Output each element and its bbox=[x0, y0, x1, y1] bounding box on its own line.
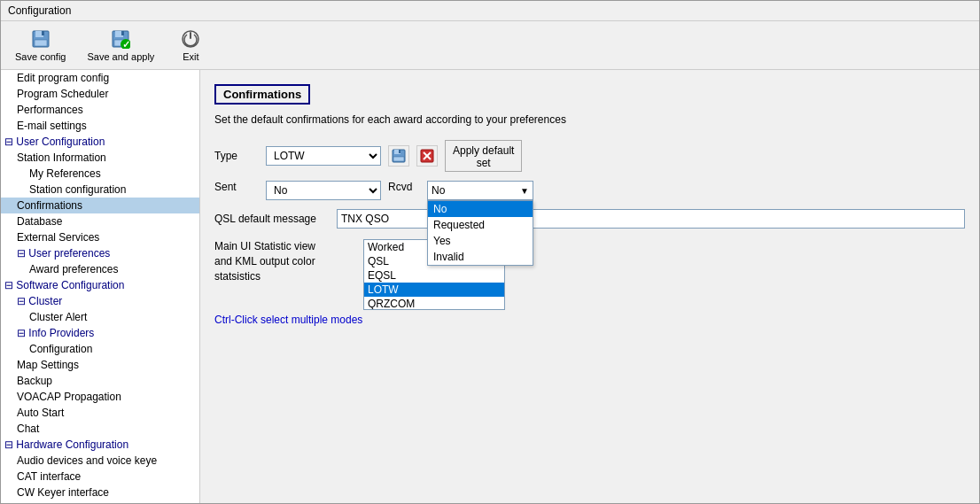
rcvd-current-value: No bbox=[428, 183, 520, 198]
rcvd-option-yes[interactable]: Yes bbox=[428, 233, 533, 249]
section-description: Set the default confirmations for each a… bbox=[214, 113, 965, 126]
exit-label: Exit bbox=[183, 51, 198, 62]
sidebar-item-backup[interactable]: Backup bbox=[1, 373, 199, 389]
apply-btn-label: Apply defaultset bbox=[453, 144, 514, 169]
sidebar-item-edit-program-config[interactable]: Edit program config bbox=[1, 70, 199, 86]
sidebar-item-database[interactable]: Database bbox=[1, 213, 199, 229]
sidebar-item-cw-keyer[interactable]: CW Keyer interface bbox=[1, 485, 199, 500]
sidebar-item-cluster-alert[interactable]: Cluster Alert bbox=[1, 309, 199, 325]
stats-label: Main UI Statistic viewand KML output col… bbox=[214, 239, 356, 283]
rcvd-option-no[interactable]: No bbox=[428, 201, 533, 217]
svg-text:✓: ✓ bbox=[122, 39, 130, 49]
sidebar-item-map-settings[interactable]: Map Settings bbox=[1, 357, 199, 373]
stats-section: Main UI Statistic viewand KML output col… bbox=[214, 239, 965, 310]
sent-label: Sent bbox=[214, 181, 259, 193]
svg-rect-3 bbox=[35, 40, 47, 46]
sent-select[interactable]: No Requested Yes Invalid bbox=[266, 181, 381, 200]
rcvd-option-invalid[interactable]: Invalid bbox=[428, 249, 533, 265]
rcvd-dropdown-list: No Requested Yes Invalid bbox=[427, 200, 533, 266]
stats-option-lotw[interactable]: LOTW bbox=[364, 283, 504, 297]
ctrl-hint: Ctrl-Click select multiple modes bbox=[214, 314, 965, 326]
sidebar-group-user-preferences[interactable]: ⊟ User preferences bbox=[1, 245, 199, 261]
sidebar-item-info-config[interactable]: Configuration bbox=[1, 341, 199, 357]
rcvd-arrow-icon: ▼ bbox=[520, 186, 533, 196]
sidebar: Edit program config Program Scheduler Pe… bbox=[1, 70, 200, 503]
sidebar-item-email-settings[interactable]: E-mail settings bbox=[1, 118, 199, 134]
type-select[interactable]: LOTW eQSL QRZ.com HRDLog bbox=[266, 146, 381, 166]
rcvd-label: Rcvd bbox=[388, 181, 420, 193]
sidebar-group-info-providers[interactable]: ⊟ Info Providers bbox=[1, 325, 199, 341]
type-label: Type bbox=[214, 150, 259, 162]
content-area: Confirmations Set the default confirmati… bbox=[200, 70, 979, 503]
qsl-label: QSL default message bbox=[214, 213, 330, 225]
exit-button[interactable]: Exit bbox=[168, 25, 213, 66]
svg-rect-13 bbox=[399, 150, 401, 153]
sidebar-group-user-configuration[interactable]: ⊟ User Configuration bbox=[1, 134, 199, 150]
type-save-button[interactable] bbox=[388, 145, 409, 167]
save-apply-icon: ✓ bbox=[110, 28, 131, 50]
save-config-button[interactable]: Save config bbox=[8, 25, 73, 66]
svg-rect-2 bbox=[42, 31, 44, 35]
sidebar-item-my-references[interactable]: My References bbox=[1, 166, 199, 182]
sidebar-item-performances[interactable]: Performances bbox=[1, 102, 199, 118]
sidebar-group-hardware-configuration[interactable]: ⊟ Hardware Configuration bbox=[1, 437, 199, 453]
save-config-label: Save config bbox=[15, 51, 66, 62]
type-row: Type LOTW eQSL QRZ.com HRDLog bbox=[214, 140, 965, 172]
sidebar-item-audio-devices[interactable]: Audio devices and voice keye bbox=[1, 453, 199, 469]
save-config-icon bbox=[30, 28, 51, 50]
toolbar: Save config ✓ Save and apply bbox=[1, 21, 979, 70]
rcvd-select-display[interactable]: No ▼ bbox=[427, 181, 533, 200]
title-bar: Configuration bbox=[1, 1, 979, 21]
window-title: Configuration bbox=[8, 4, 71, 17]
apply-default-set-button[interactable]: Apply defaultset bbox=[445, 140, 522, 172]
x-icon bbox=[420, 149, 434, 163]
main-container: Edit program config Program Scheduler Pe… bbox=[1, 70, 979, 503]
sidebar-group-software-integration[interactable]: ⊟ Software integration bbox=[1, 500, 199, 503]
stats-option-qrzcom[interactable]: QRZCOM bbox=[364, 297, 504, 310]
save-apply-label: Save and apply bbox=[87, 51, 154, 62]
stats-option-eqsl[interactable]: EQSL bbox=[364, 268, 504, 283]
sidebar-group-software-configuration[interactable]: ⊟ Software Configuration bbox=[1, 277, 199, 293]
sidebar-item-auto-start[interactable]: Auto Start bbox=[1, 405, 199, 421]
svg-rect-14 bbox=[393, 157, 404, 161]
qsl-row: QSL default message bbox=[214, 209, 965, 229]
floppy-icon bbox=[392, 149, 406, 163]
sidebar-item-award-preferences[interactable]: Award preferences bbox=[1, 261, 199, 277]
sidebar-item-external-services[interactable]: External Services bbox=[1, 229, 199, 245]
rcvd-option-requested[interactable]: Requested bbox=[428, 217, 533, 233]
svg-rect-6 bbox=[121, 31, 124, 35]
sidebar-group-cluster[interactable]: ⊟ Cluster bbox=[1, 293, 199, 309]
save-apply-button[interactable]: ✓ Save and apply bbox=[80, 25, 161, 66]
sidebar-item-cat-interface[interactable]: CAT interface bbox=[1, 469, 199, 485]
exit-icon bbox=[180, 28, 201, 50]
section-title: Confirmations bbox=[214, 84, 310, 105]
sidebar-item-station-configuration[interactable]: Station configuration bbox=[1, 182, 199, 198]
sidebar-item-program-scheduler[interactable]: Program Scheduler bbox=[1, 86, 199, 102]
sidebar-item-voacap[interactable]: VOACAP Propagation bbox=[1, 389, 199, 405]
sent-rcvd-row: Sent No Requested Yes Invalid Rcvd No ▼ bbox=[214, 181, 965, 200]
main-window: Configuration Save config bbox=[0, 0, 980, 504]
sidebar-content: Edit program config Program Scheduler Pe… bbox=[1, 70, 199, 503]
sidebar-item-station-information[interactable]: Station Information bbox=[1, 150, 199, 166]
sidebar-item-chat[interactable]: Chat bbox=[1, 421, 199, 437]
type-clear-button[interactable] bbox=[416, 145, 438, 167]
sidebar-item-confirmations[interactable]: Confirmations bbox=[1, 198, 199, 213]
rcvd-dropdown-container: No ▼ No Requested Yes Invalid bbox=[427, 181, 533, 200]
